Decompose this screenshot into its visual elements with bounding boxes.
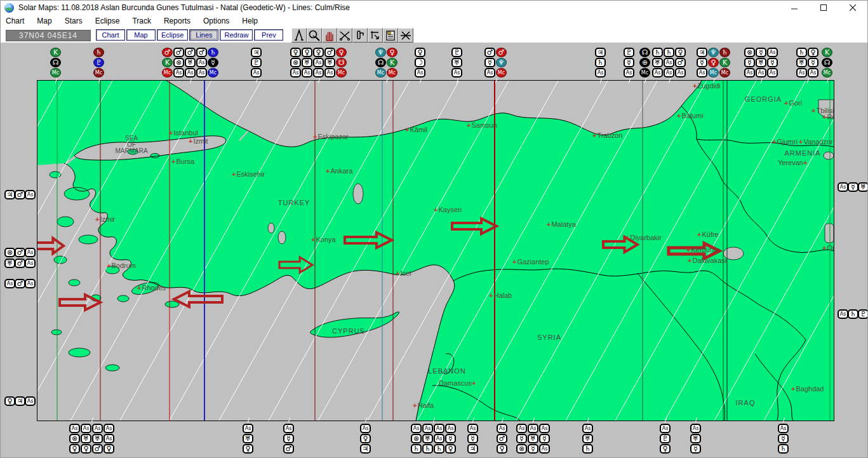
planet-glyph-☿: ☿	[697, 58, 707, 67]
planet-glyph-♂: ♂	[162, 48, 173, 57]
planet-glyph-♀: ♀	[81, 444, 91, 454]
pan-hand-tool[interactable]	[322, 28, 337, 43]
menu-reports[interactable]: Reports	[157, 15, 197, 27]
planet-glyph-☿: ☿	[744, 58, 755, 67]
solar-maps-window: Solar Maps: 11.08.2018 Aslan Burcunda Gu…	[0, 0, 868, 458]
planet-glyph-♅: ♅	[422, 434, 433, 443]
astro-map[interactable]: +Istanbul+Izmit+Bursa+Eskisehir+Eskipaza…	[37, 80, 834, 421]
planet-glyph-♂: ♂	[15, 279, 25, 288]
planet-glyph-♂: ♂	[496, 48, 507, 57]
planet-glyph-As: As	[81, 424, 91, 433]
planet-glyph-As: As	[539, 424, 550, 433]
planet-glyph-♅: ♅	[92, 434, 103, 443]
planet-glyph-♃: ♃	[360, 444, 371, 454]
menu-map[interactable]: Map	[30, 15, 58, 27]
menu-eclipse[interactable]: Eclipse	[89, 15, 126, 27]
menu-help[interactable]: Help	[236, 15, 264, 27]
map-button[interactable]: Map	[126, 29, 156, 41]
planet-glyph-♅: ♅	[528, 434, 538, 443]
redraw-button[interactable]: Redraw	[220, 29, 253, 41]
planet-glyph-⊗: ⊗	[4, 248, 15, 257]
planet-glyph-As: As	[744, 68, 755, 77]
planet-glyph-As: As	[660, 424, 671, 433]
planet-glyph-As: As	[290, 68, 301, 77]
planet-glyph-♅: ♅	[302, 58, 312, 67]
planet-glyph-♀: ♀	[675, 48, 686, 57]
planet-glyph-K: K	[50, 48, 61, 57]
svg-text:i: i	[389, 31, 389, 34]
planet-glyph-K: K	[387, 58, 397, 67]
pointer-compass-tool[interactable]	[291, 28, 307, 43]
coordinate-readout: 37N04 045E14	[6, 30, 91, 41]
chart-button[interactable]: Chart	[96, 29, 125, 41]
toolbar-tools: i	[291, 28, 413, 43]
report-info-tool[interactable]: i	[383, 28, 398, 43]
planet-glyph-As: As	[69, 424, 80, 433]
cut-lines-tool[interactable]	[337, 28, 352, 43]
planet-glyph-As: As	[808, 68, 818, 77]
planet-glyph-♅: ♅	[582, 434, 593, 443]
planet-glyph-Mc: Mc	[50, 68, 61, 77]
close-button[interactable]	[838, 1, 867, 15]
planet-glyph-♀: ♀	[69, 444, 80, 454]
planet-glyph-As: As	[451, 68, 462, 77]
paint-roller-tool[interactable]	[352, 28, 368, 43]
planet-glyph-⊕: ⊕	[639, 58, 650, 67]
planet-glyph-Mc: Mc	[387, 68, 397, 77]
planet-glyph-Mc: Mc	[375, 68, 386, 77]
relocate-tool[interactable]	[368, 28, 383, 43]
planet-glyph-♇: ♇	[858, 309, 868, 319]
minimize-button[interactable]	[780, 1, 809, 15]
planet-glyph-♀: ♀	[103, 444, 114, 454]
planet-glyph-As: As	[697, 68, 707, 77]
planet-glyph-♆: ♆	[375, 48, 386, 57]
zoom-tool[interactable]	[307, 28, 322, 43]
planet-glyph-As: As	[25, 396, 36, 406]
planet-glyph-♇: ♇	[451, 48, 462, 57]
lines-button[interactable]: Lines	[189, 29, 218, 41]
planet-glyph-☽: ☽	[415, 58, 425, 67]
planet-glyph-As: As	[25, 190, 36, 199]
maximize-button[interactable]	[809, 1, 838, 15]
menu-options[interactable]: Options	[197, 15, 236, 27]
planet-glyph-As: As	[664, 58, 674, 67]
planet-glyph-♅: ♅	[324, 58, 335, 67]
planet-glyph-As: As	[484, 68, 495, 77]
planet-glyph-As: As	[756, 68, 766, 77]
planet-glyph-♀: ♀	[415, 48, 425, 57]
menu-track[interactable]: Track	[126, 15, 157, 27]
planet-glyph-As: As	[422, 424, 433, 433]
planet-glyph-As: As	[767, 68, 778, 77]
menu-stars[interactable]: Stars	[58, 15, 89, 27]
planet-glyph-☿: ☿	[808, 58, 818, 67]
planet-glyph-☊: ☊	[639, 48, 650, 57]
planet-glyph-As: As	[196, 58, 207, 67]
planet-glyph-♂: ♂	[196, 48, 207, 57]
planet-glyph-♂: ♂	[185, 48, 196, 57]
planet-glyph-As: As	[243, 424, 253, 433]
planet-glyph-☋: ☋	[336, 58, 347, 67]
planet-glyph-☿: ☿	[690, 444, 701, 454]
menu-chart[interactable]: Chart	[1, 15, 30, 27]
planet-glyph-As: As	[185, 68, 196, 77]
planet-glyph-♃: ♃	[595, 48, 606, 57]
planet-glyph-♂: ♂	[497, 434, 507, 443]
planet-glyph-K: K	[822, 48, 832, 57]
planet-glyph-♇: ♇	[660, 434, 671, 443]
planet-glyph-⊗: ⊗	[744, 48, 755, 57]
planet-glyph-♀: ♀	[290, 48, 301, 57]
planet-glyph-☿: ☿	[484, 58, 495, 67]
planet-glyph-☿: ☿	[756, 48, 766, 57]
planet-glyph-As: As	[516, 424, 527, 433]
planet-glyph-☿: ☿	[528, 444, 538, 454]
planet-glyph-As: As	[313, 58, 324, 67]
planet-glyph-♂: ♂	[283, 444, 294, 454]
planet-glyph-♂: ♂	[15, 259, 25, 268]
eclipse-button[interactable]: Eclipse	[157, 29, 188, 41]
menu-bar: ChartMapStarsEclipseTrackReportsOptionsH…	[1, 15, 867, 27]
prev-button[interactable]: Prev	[254, 29, 283, 41]
planet-glyph-As: As	[767, 48, 778, 57]
planet-glyph-As: As	[196, 68, 207, 77]
planet-glyph-♇: ♇	[93, 58, 104, 67]
remove-lines-tool[interactable]	[398, 28, 413, 43]
